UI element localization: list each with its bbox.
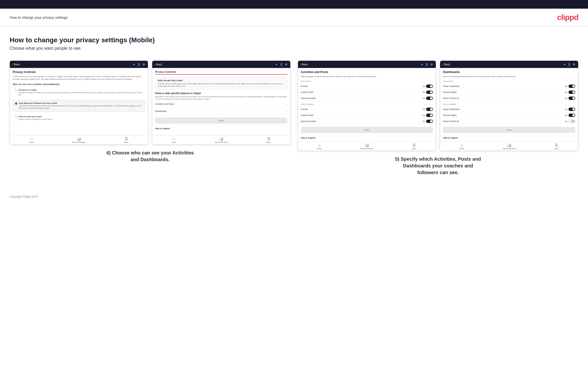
- save-button-2[interactable]: Save: [155, 117, 287, 124]
- toggle-coaches-player-dash[interactable]: Player Dashboard ON: [443, 83, 575, 89]
- popup-text: Only you and the coaches you connect wit…: [158, 83, 285, 87]
- toggle-coaches-rounds[interactable]: Rounds ON: [301, 83, 433, 89]
- nav-icons-1: ⚭ 👤 ⚙: [132, 63, 146, 66]
- settings-icon-2[interactable]: ⚙: [285, 63, 288, 66]
- option-approved-content: Only Approved Followers and Your Coach O…: [19, 102, 143, 109]
- nav-home-label: Home: [29, 141, 34, 143]
- toggle-followers-drills-switch[interactable]: [426, 114, 433, 117]
- toggle-followers-round-insights[interactable]: Round Insights ON: [443, 112, 575, 118]
- followers-player-on: ON: [565, 108, 568, 110]
- nav-home-4[interactable]: ⌂ Home: [459, 143, 464, 150]
- back-button-1[interactable]: ‹ Back: [12, 63, 20, 66]
- nav-home-2[interactable]: ⌂ Home: [172, 137, 176, 143]
- chevron-left-icon: ‹: [12, 63, 13, 66]
- nav-menu-label-4: Menu: [554, 148, 559, 150]
- nav-performance-3[interactable]: 📊 My Performance: [360, 143, 373, 150]
- nav-home-3[interactable]: ⌂ Home: [317, 143, 322, 150]
- coaches-drills-on: ON: [423, 91, 425, 93]
- mobile-nav-3: ‹ Back ⚭ 👤 ⚙: [298, 61, 436, 68]
- coaches-rounds-on: ON: [423, 85, 425, 87]
- nav-performance-label: My Performance: [72, 141, 86, 143]
- menu-dashboards[interactable]: Dashboards ›: [155, 108, 287, 115]
- nav-menu-3[interactable]: ☰ Menu: [412, 143, 416, 150]
- home-icon-2: ⌂: [173, 137, 175, 141]
- search-icon[interactable]: ⚭: [132, 63, 136, 66]
- coaches-what-to-work-label: What To Work On: [443, 97, 459, 100]
- toggle-followers-manual[interactable]: Manual Activities ON: [301, 118, 433, 125]
- header: How to change your privacy settings clip…: [0, 9, 588, 27]
- nav-home-1[interactable]: ⌂ Home: [29, 137, 34, 143]
- nav-performance-4[interactable]: 📊 My Performance: [503, 143, 516, 150]
- radio-coach-only[interactable]: [15, 116, 17, 118]
- back-button-3[interactable]: ‹ Back: [300, 63, 308, 66]
- menu-activities[interactable]: Activities and Posts ›: [155, 101, 287, 108]
- toggle-coaches-what-to-work[interactable]: What To Work On ON: [443, 95, 575, 101]
- toggle-coaches-manual[interactable]: Manual Activities ON: [301, 95, 433, 101]
- nav-menu-label-3: Menu: [412, 148, 416, 150]
- chevron-left-icon-2: ‹: [155, 63, 156, 66]
- nav-menu-4[interactable]: ☰ Menu: [554, 143, 559, 150]
- toggle-followers-insights-switch[interactable]: [569, 114, 575, 117]
- profile-icon-3[interactable]: 👤: [425, 63, 429, 66]
- settings-icon[interactable]: ⚙: [142, 63, 146, 66]
- activities-label: Activities and Posts: [155, 103, 174, 105]
- screenshot-group-2: ‹ Back ⚭ 👤 ⚙ Activities and Posts Select…: [298, 60, 579, 176]
- search-icon-4[interactable]: ⚭: [563, 63, 566, 66]
- search-icon-2[interactable]: ⚭: [275, 63, 278, 66]
- toggle-coaches-drills-switch[interactable]: [426, 91, 433, 94]
- toggle-coaches-drills[interactable]: Practice Drills ON: [301, 89, 433, 95]
- followers-work-on: ON: [565, 120, 568, 123]
- nav-home-label-4: Home: [459, 148, 464, 150]
- followers-header: FOLLOWERS: [301, 103, 433, 105]
- toggle-followers-what-to-work[interactable]: What To Work On ON: [443, 118, 575, 125]
- toggle-followers-drills[interactable]: Practice Drills ON: [301, 112, 433, 118]
- radio-approved[interactable]: [15, 102, 17, 105]
- top-bar: [0, 0, 588, 9]
- nav-performance-2[interactable]: 📊 My Performance: [215, 137, 228, 143]
- toggle-coaches-work-switch[interactable]: [569, 97, 575, 100]
- option-approved[interactable]: Only Approved Followers and Your Coach O…: [13, 100, 145, 112]
- radio-everyone[interactable]: [15, 89, 17, 92]
- toggle-followers-manual-switch[interactable]: [426, 120, 433, 123]
- chevron-left-icon-3: ‹: [300, 63, 301, 66]
- settings-icon-3[interactable]: ⚙: [430, 63, 433, 66]
- coaches-manual-label: Manual Activities: [301, 97, 316, 100]
- followers-player-dash-label: Player Dashboard: [443, 108, 459, 110]
- toggle-coaches-insights-switch[interactable]: [569, 91, 575, 94]
- popup-box: Only You and Your Coach Only you and the…: [155, 77, 287, 90]
- footer: Copyright Clippd 2022: [0, 190, 588, 203]
- profile-icon[interactable]: 👤: [137, 63, 141, 66]
- search-icon-3[interactable]: ⚭: [420, 63, 424, 66]
- mobile-body-3: Activities and Posts Select the types of…: [298, 68, 436, 142]
- nav-home-label-3: Home: [317, 148, 322, 150]
- toggle-followers-rounds-switch[interactable]: [426, 108, 433, 111]
- nav-menu-2[interactable]: ☰ Menu: [267, 137, 271, 143]
- toggle-followers-work-switch[interactable]: [569, 120, 575, 123]
- toggle-coaches-player-switch[interactable]: [569, 84, 575, 88]
- followers-rounds-on: ON: [423, 108, 425, 110]
- toggle-coaches-manual-switch[interactable]: [426, 97, 433, 100]
- nav-performance-1[interactable]: 📊 My Performance: [72, 137, 86, 143]
- save-button-3[interactable]: Save: [301, 127, 433, 133]
- coaches-header: COACHES: [301, 80, 433, 82]
- coaches-work-on: ON: [565, 97, 568, 100]
- back-button-4[interactable]: ‹ Back: [442, 63, 450, 66]
- dashboards-title: Dashboards: [443, 70, 575, 74]
- toggle-followers-player-dash[interactable]: Player Dashboard ON: [443, 106, 575, 112]
- option-coach-only[interactable]: Only You and Your Coach Only you and the…: [13, 114, 145, 123]
- option-everyone[interactable]: Everyone on Clippd Everyone on Clippd ca…: [13, 87, 145, 98]
- toggle-coaches-round-insights[interactable]: Round Insights ON: [443, 89, 575, 95]
- nav-menu-1[interactable]: ☰ Menu: [124, 137, 129, 143]
- save-button-4[interactable]: Save: [443, 127, 575, 133]
- profile-icon-2[interactable]: 👤: [280, 63, 283, 66]
- settings-icon-4[interactable]: ⚙: [572, 63, 576, 66]
- toggle-followers-player-switch[interactable]: [569, 108, 575, 111]
- mobile-bottom-nav-1: ⌂ Home 📊 My Performance ☰ Menu: [10, 135, 148, 144]
- profile-icon-4[interactable]: 👤: [568, 63, 571, 66]
- option-everyone-desc: Everyone on Clippd can search for you an…: [18, 92, 143, 96]
- dashboards-body: Select the dashboards that you'd like to…: [443, 75, 575, 78]
- back-button-2[interactable]: ‹ Back: [155, 63, 162, 66]
- toggle-coaches-rounds-switch[interactable]: [426, 84, 433, 88]
- toggle-followers-rounds[interactable]: Rounds ON: [301, 106, 433, 112]
- nav-menu-label: Menu: [124, 141, 129, 143]
